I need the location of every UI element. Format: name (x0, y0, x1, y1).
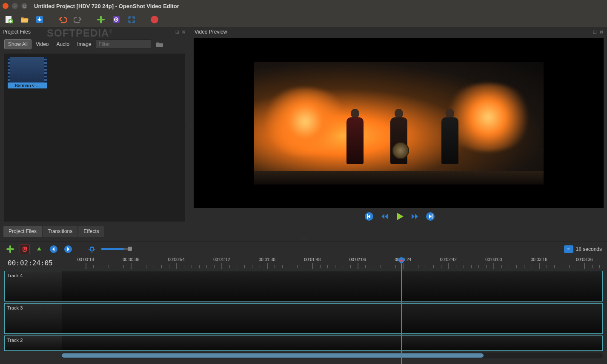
main-area: Project Files ◱ ⊠ Show All Video Audio I… (0, 27, 607, 225)
svg-point-5 (116, 19, 117, 20)
timeline-area: 00:02:24:05 00:00:1800:00:3600:00:5400:0… (0, 256, 607, 364)
marker-button[interactable] (34, 244, 44, 254)
next-marker-button[interactable] (63, 244, 73, 254)
ruler-tick: 00:00:18 (77, 257, 94, 262)
track-header[interactable]: Track 2 (4, 336, 62, 351)
ruler-tick: 00:01:48 (304, 257, 321, 262)
ruler-tick: 00:03:18 (531, 257, 547, 262)
track-body[interactable] (62, 271, 603, 301)
main-toolbar (0, 12, 607, 27)
ruler-tick: 00:00:54 (168, 257, 185, 262)
timeline-track[interactable]: Track 3 (4, 303, 603, 334)
filter-input[interactable] (96, 40, 151, 49)
undock-icon[interactable]: ◱ (174, 29, 180, 35)
undock-icon[interactable]: ◱ (592, 29, 598, 35)
center-playhead-button[interactable] (87, 244, 97, 254)
tab-transitions[interactable]: Transitions (43, 226, 77, 237)
svg-rect-8 (367, 214, 368, 219)
tab-project-files[interactable]: Project Files (3, 226, 42, 237)
ruler-tick: 00:00:36 (123, 257, 139, 262)
close-panel-icon[interactable]: ⊠ (181, 29, 187, 35)
svg-rect-10 (432, 214, 432, 219)
file-thumbnail (8, 57, 47, 82)
import-files-button[interactable] (95, 14, 106, 25)
window-title: Untitled Project [HDV 720 24p] - OpenSho… (34, 3, 179, 9)
file-label: Batman v ... (8, 82, 47, 88)
jump-end-button[interactable] (425, 211, 436, 222)
folder-icon[interactable] (155, 40, 164, 48)
play-button[interactable] (394, 211, 405, 222)
zoom-badge-icon: ≡ (564, 245, 573, 253)
track-body[interactable] (62, 303, 603, 334)
fast-forward-button[interactable] (409, 211, 421, 222)
track-body[interactable] (62, 336, 603, 351)
project-files-list[interactable]: Batman v ... (4, 54, 185, 222)
filter-audio-button[interactable]: Audio (53, 40, 73, 49)
prev-marker-button[interactable] (49, 244, 59, 254)
open-project-button[interactable] (19, 14, 30, 25)
timeline-toolbar: ≡ 18 seconds (0, 241, 607, 256)
project-files-panel: Project Files ◱ ⊠ Show All Video Audio I… (0, 27, 189, 225)
tab-effects[interactable]: Effects (78, 226, 104, 237)
timeline-ruler[interactable]: 00:02:24:05 00:00:1800:00:3600:00:5400:0… (0, 256, 607, 269)
timeline-track[interactable]: Track 4 (4, 271, 603, 301)
filter-video-button[interactable]: Video (32, 40, 52, 49)
maximize-icon[interactable]: ◻ (21, 3, 27, 9)
filter-image-button[interactable]: Image (74, 40, 94, 49)
ruler-tick: 00:03:00 (485, 257, 502, 262)
export-button[interactable] (149, 14, 160, 25)
panel-drag-handle[interactable]: ∙∙∙∙∙∙ (0, 237, 607, 241)
video-preview-viewport[interactable] (194, 38, 604, 208)
video-frame (254, 62, 544, 185)
timeline-track[interactable]: Track 2 (4, 336, 603, 351)
svg-rect-13 (90, 247, 94, 251)
svg-point-6 (151, 16, 158, 23)
project-files-header: Project Files ◱ ⊠ (0, 27, 189, 37)
ruler-tick: 00:02:42 (440, 257, 457, 262)
ruler-tick: 00:03:36 (576, 257, 593, 262)
window-buttons: – ◻ (3, 3, 27, 9)
playback-controls (192, 208, 607, 225)
minimize-icon[interactable]: – (12, 3, 18, 9)
file-item[interactable]: Batman v ... (8, 57, 47, 218)
filter-show-all-button[interactable]: Show All (4, 39, 31, 49)
redo-button[interactable] (72, 14, 83, 25)
close-icon[interactable] (3, 3, 9, 9)
undo-button[interactable] (57, 14, 68, 25)
track-header[interactable]: Track 3 (4, 303, 62, 334)
close-panel-icon[interactable]: ⊠ (598, 29, 604, 35)
ruler-tick: 00:01:12 (213, 257, 230, 262)
current-time-display: 00:02:24:05 (0, 256, 63, 269)
track-header[interactable]: Track 4 (4, 271, 62, 301)
video-preview-panel: Video Preview ◱ ⊠ (192, 27, 607, 225)
jump-start-button[interactable] (364, 211, 375, 222)
zoom-slider[interactable] (101, 248, 131, 250)
ruler-tick: 00:01:30 (259, 257, 275, 262)
snap-button[interactable] (20, 244, 30, 254)
tracks-container: Track 4Track 3Track 2 (0, 269, 607, 353)
profile-button[interactable] (111, 14, 122, 25)
panel-title: Video Preview (195, 29, 227, 35)
bottom-tabs: Project Files Transitions Effects (0, 225, 607, 237)
zoom-label: 18 seconds (576, 246, 602, 252)
ruler-tick: 00:02:06 (349, 257, 366, 262)
panel-title: Project Files (3, 29, 31, 35)
add-track-button[interactable] (5, 244, 15, 254)
video-preview-header: Video Preview ◱ ⊠ (192, 27, 607, 37)
file-filter-row: Show All Video Audio Image (0, 37, 189, 52)
new-project-button[interactable] (3, 14, 14, 25)
svg-point-14 (400, 259, 403, 262)
fullscreen-button[interactable] (126, 14, 137, 25)
save-project-button[interactable] (34, 14, 45, 25)
rewind-button[interactable] (379, 211, 390, 222)
timeline-horizontal-scrollbar[interactable] (62, 353, 603, 358)
titlebar: – ◻ Untitled Project [HDV 720 24p] - Ope… (0, 0, 607, 12)
